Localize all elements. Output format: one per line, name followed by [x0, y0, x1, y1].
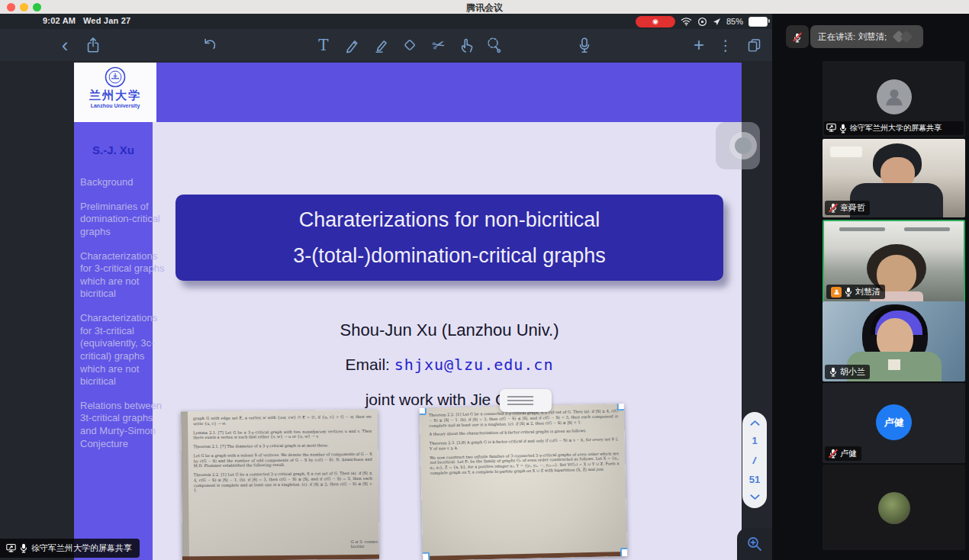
hand-tool-button[interactable]	[456, 34, 478, 56]
photo-table-edge	[182, 555, 379, 560]
slide-title-line2: 3-(total-)domination-critical graphs	[175, 238, 723, 274]
participant-name: 刘慧清	[855, 286, 880, 298]
scanned-text-right: Theorem 2.2. [1] Let G be a connected 3-…	[429, 408, 620, 479]
toc-item-characterizations-3t: Characterizations for 3t-critical (equiv…	[80, 312, 166, 388]
mic-icon	[845, 287, 852, 297]
pointer-hand-icon	[459, 37, 475, 53]
screen-share-icon	[6, 543, 16, 554]
selection-handle-bl[interactable]	[420, 552, 430, 560]
banner-mic-box	[786, 25, 809, 48]
macos-titlebar: 腾讯会议	[0, 0, 969, 14]
scissors-tool-button[interactable]: ✂	[425, 31, 452, 59]
participant-tile-lujian[interactable]: 卢健 卢健	[823, 383, 965, 463]
clock: 9:02 AM Wed Jan 27	[43, 16, 130, 25]
participant-tile-zhangshunzhe[interactable]: 章舜哲	[823, 139, 965, 217]
scissors-icon: ✂	[430, 34, 447, 55]
tencent-meeting-logo	[893, 30, 916, 43]
video-bg-detail	[839, 227, 885, 231]
magnifier-plus-icon	[746, 536, 763, 552]
undo-icon	[201, 37, 218, 53]
slide-title-box: Charaterizations for non-bicritical 3-(t…	[175, 195, 723, 281]
add-page-button[interactable]: +	[687, 34, 710, 56]
slide-toc-sidebar: S.-J. Xu Background Preliminaries of dom…	[74, 122, 153, 560]
page-current: 1	[752, 435, 757, 446]
member-badge-icon	[831, 287, 842, 298]
toc-author: S.-J. Xu	[74, 143, 153, 156]
back-button[interactable]: ‹	[53, 34, 76, 56]
avatar-placeholder	[877, 79, 912, 114]
highlighter-tool-button[interactable]	[370, 34, 393, 56]
slide-page: 兰州大学 Lanzhou University S.-J. Xu Backgro…	[74, 63, 742, 560]
mic-icon	[829, 367, 837, 377]
back-icon: ‹	[62, 34, 69, 57]
pen-tool-button[interactable]	[341, 34, 364, 56]
mic-muted-icon	[829, 449, 837, 459]
left-para-theorem22: Theorem 2.2. [1] Let G be a connected 3-…	[194, 471, 372, 493]
share-icon	[85, 36, 101, 54]
scanned-page-right[interactable]: Theorem 2.2. [1] Let G be a connected 3-…	[420, 404, 627, 560]
slide-header-band	[74, 63, 742, 122]
battery-percent: 85%	[726, 17, 743, 26]
app-window: 腾讯会议 9:02 AM Wed Jan 27 ◉	[0, 0, 969, 560]
margin-note: G is 3- connec bicritic	[351, 539, 378, 549]
plus-icon: +	[694, 34, 704, 56]
undo-button[interactable]	[198, 34, 221, 56]
participant-label: 卢健	[825, 446, 861, 461]
mic-muted-icon	[829, 203, 837, 213]
slide-title-line1: Charaterizations for non-bicritical	[175, 202, 723, 238]
selection-handle-br[interactable]	[620, 548, 627, 559]
participant-tile-liuhuiqing[interactable]: 刘慧清	[823, 220, 965, 303]
participant-tile-sharer[interactable]: 徐守军兰州大学的屏幕共享	[823, 61, 965, 137]
lasso-icon	[485, 37, 502, 53]
toc-item-characterizations-3critical: Characterizations for 3-critical graphs …	[80, 250, 166, 301]
battery-icon	[748, 17, 768, 27]
participant-tile-huxiaolan[interactable]: 胡小兰	[823, 301, 965, 381]
scanned-page-left[interactable]: graph G with edge set E, a vertex w with…	[181, 410, 379, 560]
video-bg-detail	[904, 227, 950, 231]
toc-item-background: Background	[80, 176, 166, 189]
pen-icon	[344, 37, 361, 53]
slide-email-line: Email: shjxu@lzu.edu.cn	[175, 356, 723, 374]
page-total: 51	[749, 474, 760, 485]
selection-popover[interactable]	[500, 389, 552, 412]
eraser-icon	[401, 37, 418, 53]
mic-icon	[578, 37, 591, 53]
more-options-button[interactable]: ⋮	[714, 34, 737, 56]
lasso-tool-button[interactable]	[482, 34, 505, 56]
shared-screen-region: 9:02 AM Wed Jan 27 ◉ 85%	[0, 14, 772, 560]
participants-sidebar: 徐守军兰州大学的屏幕共享 章舜哲 刘慧清	[772, 14, 969, 560]
eraser-tool-button[interactable]	[398, 34, 421, 56]
page-down-icon[interactable]	[749, 494, 761, 500]
record-icon: ◉	[652, 18, 658, 25]
status-date: Wed Jan 27	[83, 16, 130, 25]
document-canvas: 兰州大学 Lanzhou University S.-J. Xu Backgro…	[0, 61, 772, 560]
page-navigator: 1 / 51	[742, 412, 767, 508]
page-up-icon[interactable]	[749, 420, 761, 426]
participant-tile-bottom[interactable]	[823, 465, 965, 550]
share-button[interactable]	[82, 34, 105, 56]
pages-overview-button[interactable]	[742, 34, 765, 56]
toc-item-preliminaries: Preliminaries of domination-critical gra…	[80, 201, 166, 239]
left-para-lemma21: Lemma 2.1. [7] Let G be a 3-γ-critical g…	[193, 428, 372, 440]
zoom-button[interactable]	[737, 528, 772, 560]
left-para-components: Let G be a graph with a subset S of vert…	[194, 451, 372, 468]
recording-indicator[interactable]: ◉	[636, 16, 675, 27]
participant-label: 刘慧清	[826, 285, 885, 299]
window-title: 腾讯会议	[0, 2, 969, 14]
right-para-theorem23: Theorem 2.3. [3,8] A graph G is k-factor…	[430, 436, 619, 451]
highlighter-icon	[373, 37, 390, 53]
floating-tool-puck[interactable]	[716, 122, 760, 169]
text-tool-button[interactable]: T	[312, 34, 335, 56]
lanzhou-university-logo: 兰州大学 Lanzhou University	[74, 63, 156, 122]
participant-name: 卢健	[840, 448, 857, 459]
microphone-button[interactable]	[573, 34, 596, 56]
scanned-text-left: graph G with edge set E, a vertex w with…	[193, 414, 372, 497]
banner-pill: 正在讲话: 刘慧清;	[810, 25, 923, 48]
participant-name: 章舜哲	[840, 202, 865, 214]
ipad-status-bar: 9:02 AM Wed Jan 27 ◉ 85%	[0, 14, 772, 29]
toc-item-relations: Relations between 3t-critical graphs and…	[80, 400, 166, 451]
screen-share-status-overlay: 徐守军兰州大学的屏幕共享	[0, 539, 140, 558]
person-icon	[883, 85, 906, 108]
status-time: 9:02 AM	[43, 16, 76, 25]
photo-avatar	[878, 492, 910, 524]
